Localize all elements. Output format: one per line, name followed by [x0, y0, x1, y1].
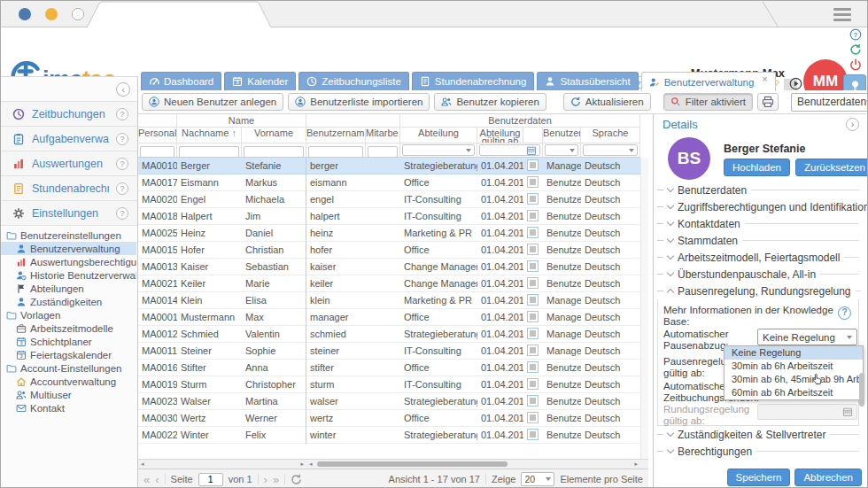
column-header-abteilung[interactable]: Abteilung [400, 128, 477, 143]
note-icon[interactable] [527, 176, 539, 188]
note-icon[interactable] [527, 294, 539, 306]
page-input[interactable] [198, 473, 223, 486]
note-icon[interactable] [527, 412, 539, 423]
tab-benutzerverwaltung[interactable]: Benutzerverwaltung× [641, 72, 776, 91]
filter-select[interactable] [545, 144, 578, 156]
close-icon[interactable]: × [762, 73, 767, 83]
tree-item-feiertagskalender[interactable]: 3Feiertagskalender [1, 348, 136, 361]
scrollbar-thumb[interactable] [859, 373, 864, 407]
dropdown-option[interactable]: 30min ab 6h Arbeitszeit [725, 360, 863, 373]
section-pausenregelung-rundungsregelung[interactable]: Pausenregelung, Rundungsregelung [654, 283, 866, 299]
tree-item-multiuser[interactable]: Multiuser [1, 388, 136, 401]
section-benutzerdaten[interactable]: Benutzerdaten [654, 182, 866, 198]
table-row[interactable]: MA0025HeinzDanielheinzMarketing & PR01.0… [138, 225, 648, 242]
tree-item-account-einstellungen[interactable]: Account-Einstellungen [1, 361, 136, 375]
menu-icon[interactable] [833, 8, 851, 24]
cancel-button[interactable]: Abbrechen [794, 469, 862, 486]
table-row[interactable]: MA0010BergerStefaniebergerStrategieberat… [138, 158, 648, 174]
tree-item-zuständigkeiten[interactable]: Zuständigkeiten [1, 295, 136, 308]
dropdown-option[interactable]: Keine Regelung [725, 346, 863, 360]
new-user-button[interactable]: Neuen Benutzer anlegen [142, 93, 283, 111]
table-row[interactable]: MA0015HoferChristianhoferOffice01.04.201… [138, 242, 648, 259]
section-zugriffsberechtigungen-und-identifikation[interactable]: Zugriffsberechtigungen und Identifikatio… [654, 198, 866, 215]
save-button[interactable]: Speichern [727, 469, 791, 486]
filter-input[interactable] [368, 146, 398, 158]
section-berechtigungen[interactable]: Berechtigungen [654, 443, 866, 460]
filter-input[interactable] [179, 146, 239, 158]
help-icon[interactable]: ? [116, 207, 128, 220]
note-icon[interactable] [527, 345, 539, 356]
section-stammdaten[interactable]: Stammdaten [654, 232, 866, 249]
help-icon[interactable]: ? [116, 158, 128, 170]
play-icon[interactable] [789, 77, 802, 90]
note-icon[interactable] [527, 210, 539, 221]
note-icon[interactable] [527, 159, 539, 171]
tree-item-auswertungsberechtigungen[interactable]: Auswertungsberechtigungen [1, 255, 136, 268]
refresh-icon[interactable] [849, 43, 862, 56]
window-button-icon[interactable] [72, 8, 84, 20]
scrollbar-thumb[interactable] [317, 461, 508, 467]
tree-item-historie-benutzerverwaltung[interactable]: Historie Benutzerverwaltung [1, 268, 136, 282]
sidebar-collapse-icon[interactable]: ‹ [116, 82, 130, 97]
column-header-sprache[interactable]: Sprache [581, 128, 640, 143]
tab-statusübersicht[interactable]: Statusübersicht [537, 72, 638, 90]
note-icon[interactable] [527, 429, 539, 440]
table-row[interactable]: MA0001MustermannMaxmanagerOffice01.04.20… [138, 309, 648, 326]
note-icon[interactable] [527, 227, 539, 238]
section-arbeitszeitmodell-feiertagsmodell[interactable]: Arbeitszeitmodell, Feiertagsmodell [654, 249, 866, 266]
tab-zeitbuchungsliste[interactable]: Zeitbuchungsliste [298, 72, 409, 90]
browser-tab[interactable] [85, 1, 273, 27]
sidebar-item-stundenabrechnung[interactable]: Stundenabrechnung? [1, 176, 137, 201]
tree-item-arbeitszeitmodelle[interactable]: Arbeitszeitmodelle [1, 321, 136, 335]
column-header-vorname[interactable]: Vorname [242, 128, 306, 143]
tree-item-abteilungen[interactable]: Abteilungen [1, 282, 136, 295]
table-row[interactable]: MA0017EismannMarkuseismannOffice01.04.20… [138, 174, 648, 191]
note-icon[interactable] [527, 277, 539, 289]
note-icon[interactable] [527, 311, 539, 322]
table-row[interactable]: MA0014KleinElisakleinMarketing & PR01.04… [138, 292, 648, 309]
tab-kalender[interactable]: 3Kalender [224, 72, 296, 90]
table-row[interactable]: MA0019SturmChristophersturmIT-Consulting… [138, 376, 648, 393]
filter-active-button[interactable]: Filter aktiviert [663, 93, 753, 111]
column-header-benutzer[interactable]: Benutzer... [543, 128, 581, 143]
section-kontaktdaten[interactable]: Kontaktdaten [654, 215, 866, 232]
note-icon[interactable] [527, 361, 539, 373]
dropdown-option[interactable]: 60min ab 6h Arbeitszeit [725, 386, 863, 399]
sidebar-item-zeitbuchungen[interactable]: Zeitbuchungen? [1, 102, 137, 127]
tab-stundenabrechnung[interactable]: Stundenabrechnung [412, 72, 535, 90]
refresh-button[interactable]: Aktualisieren [563, 93, 651, 111]
upload-button[interactable]: Hochladen [724, 159, 790, 176]
help-icon[interactable]: ? [116, 133, 128, 145]
section-zuständigkeiten-stellvertreter[interactable]: Zuständigkeiten & Stellvertreter [654, 426, 866, 443]
page-size-select[interactable]: 20 [521, 472, 554, 486]
next-page-icon[interactable]: › [264, 474, 267, 485]
import-user-list-button[interactable]: Benutzerliste importieren [288, 93, 430, 111]
view-select[interactable]: Benutzerdaten [791, 93, 868, 112]
power-icon[interactable] [849, 58, 862, 71]
last-page-icon[interactable]: » [273, 474, 279, 485]
table-row[interactable]: MA0022WinterFelixwinterStrategieberatung… [138, 427, 648, 444]
vertical-scrollbar[interactable] [640, 158, 648, 459]
tree-item-kontakt[interactable]: Kontakt [1, 401, 136, 414]
print-button[interactable] [757, 93, 779, 111]
column-header-abteilung-gültig-ab[interactable]: Abteilung gültig ab [477, 128, 523, 143]
note-icon[interactable] [527, 328, 539, 339]
column-header-mitarbe[interactable]: Mitarbe... [366, 128, 400, 143]
copy-user-button[interactable]: Benutzer kopieren [434, 93, 546, 111]
note-icon[interactable] [527, 260, 539, 272]
help-icon[interactable]: ? [116, 108, 128, 120]
window-button-icon[interactable] [19, 8, 31, 20]
sidebar-item-auswertungen[interactable]: Auswertungen? [1, 151, 137, 176]
tree-item-benutzereinstellungen[interactable]: Benutzereinstellungen [1, 229, 136, 242]
tree-item-schichtplaner[interactable]: 3Schichtplaner [1, 335, 136, 348]
table-row[interactable]: MA0018HalpertJimhalpertIT-Consulting01.0… [138, 208, 648, 225]
reset-button[interactable]: Zurücksetzen [795, 159, 868, 176]
filter-input[interactable] [140, 146, 174, 158]
tree-item-benutzerverwaltung[interactable]: Benutzerverwaltung [1, 242, 136, 255]
filter-input[interactable] [244, 146, 304, 158]
tree-item-accountverwaltung[interactable]: Accountverwaltung [1, 375, 136, 388]
table-row[interactable]: MA0021KeilerMariekeilerChange Management… [138, 275, 648, 292]
table-row[interactable]: MA0020EngelMichaelaengelIT-Consulting01.… [138, 191, 648, 208]
horizontal-scrollbar[interactable]: ◂▸ [306, 459, 640, 469]
table-row[interactable]: MA0013KaiserSebastiankaiserChange Manage… [138, 259, 648, 275]
